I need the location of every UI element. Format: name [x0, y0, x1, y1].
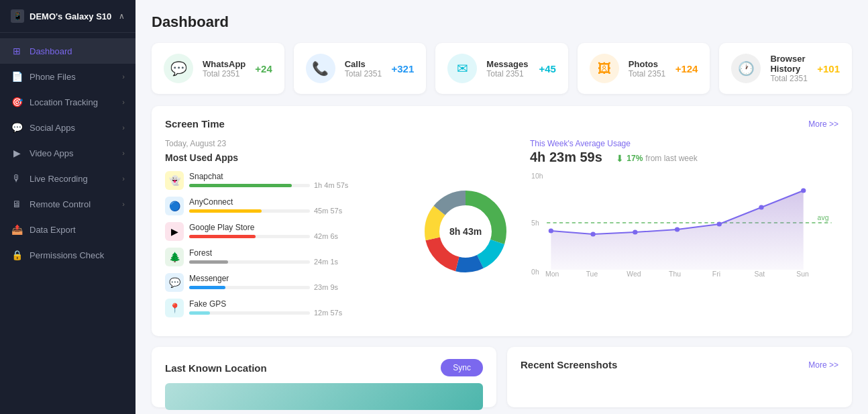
sidebar-item-location-tracking[interactable]: 🎯 Location Tracking ›	[0, 89, 135, 115]
app-icon-Forest: 🌲	[165, 248, 184, 266]
stat-count-messages: +45	[539, 63, 555, 74]
donut-center: 8h 43m	[449, 225, 482, 238]
device-icon: 📱	[11, 9, 24, 23]
stat-card-calls[interactable]: 📞 Calls Total 2351 +321	[294, 43, 427, 94]
app-details-Forest: Forest 24m 1s	[189, 248, 401, 266]
stat-card-browser-history[interactable]: 🕐 Browser History Total 2351 +101	[719, 43, 852, 94]
app-details-Snapchat: Snapchat 1h 4m 57s	[189, 172, 401, 189]
sidebar-item-phone-files[interactable]: 📄 Phone Files ›	[0, 64, 135, 89]
app-time-Snapchat: 1h 4m 57s	[314, 181, 348, 189]
sidebar-item-dashboard[interactable]: ⊞ Dashboard	[0, 38, 135, 64]
nav-label-remote-control: Remote Control	[30, 199, 91, 209]
sidebar-nav: ⊞ Dashboard 📄 Phone Files › 🎯 Location T…	[0, 33, 135, 414]
stat-info-messages: Messages Total 2351	[486, 59, 529, 79]
screenshots-title: Recent Screenshots	[521, 359, 617, 370]
screen-time-header: Screen Time More >>	[165, 118, 838, 130]
trend-pct: 17%	[627, 154, 643, 163]
app-time-Messenger: 23m 9s	[314, 283, 338, 291]
map-placeholder	[165, 383, 483, 410]
stat-count-whatsapp: +24	[255, 63, 272, 74]
stat-info-browser-history: Browser History Total 2351	[770, 54, 808, 83]
svg-text:Tue: Tue	[586, 270, 598, 278]
nav-label-data-export: Data Export	[30, 225, 76, 235]
stat-info-calls: Calls Total 2351	[345, 59, 382, 79]
stat-card-whatsapp[interactable]: 💬 WhatsApp Total 2351 +24	[152, 43, 284, 94]
svg-point-17	[717, 222, 722, 227]
app-details-Google Play Store: Google Play Store 42m 6s	[189, 223, 401, 240]
stat-total-whatsapp: Total 2351	[203, 69, 246, 79]
screenshots-more-link[interactable]: More >>	[808, 360, 838, 370]
stat-name-browser-history: Browser History	[770, 54, 808, 74]
app-name-Google Play Store: Google Play Store	[189, 223, 401, 232]
main-content: Dashboard 💬 WhatsApp Total 2351 +24 📞 Ca…	[135, 0, 868, 414]
nav-icon-permissions-check: 🔒	[11, 250, 23, 260]
nav-label-permissions-check: Permissions Check	[30, 250, 104, 260]
usage-header: This Week's Average Usage 4h 23m 59s ⬇ 1…	[530, 139, 838, 165]
app-bar-bg-Fake GPS	[189, 311, 310, 315]
sidebar: 📱 DEMO's Galaxy S10 ∧ ⊞ Dashboard 📄 Phon…	[0, 0, 135, 414]
svg-text:0h: 0h	[531, 268, 539, 276]
app-details-AnyConnect: AnyConnect 45m 57s	[189, 197, 401, 215]
svg-text:10h: 10h	[531, 172, 543, 180]
nav-icon-dashboard: ⊞	[11, 46, 23, 56]
stat-icon-calls: 📞	[306, 54, 335, 83]
app-icon-Google Play Store: ▶	[165, 222, 184, 241]
svg-point-15	[633, 230, 637, 235]
nav-icon-location-tracking: 🎯	[11, 97, 23, 107]
app-bar-bg-AnyConnect	[189, 209, 310, 213]
trend-down-icon: ⬇	[616, 153, 624, 164]
screen-time-more-link[interactable]: More >>	[808, 119, 838, 129]
most-used-apps-title: Most Used Apps	[165, 152, 401, 163]
usage-label: This Week's Average Usage	[530, 139, 838, 148]
app-item-snapchat: 👻 Snapchat 1h 4m 57s	[165, 171, 401, 190]
stat-icon-photos: 🖼	[590, 54, 619, 83]
screen-time-body: Today, August 23 Most Used Apps 👻 Snapch…	[165, 139, 838, 324]
location-title: Last Known Location	[165, 362, 267, 374]
svg-point-18	[759, 205, 763, 210]
stat-name-whatsapp: WhatsApp	[203, 59, 246, 69]
app-icon-AnyConnect: 🔵	[165, 197, 184, 215]
svg-text:5h: 5h	[531, 219, 539, 227]
stat-card-messages[interactable]: ✉ Messages Total 2351 +45	[435, 43, 568, 94]
app-item-forest: 🌲 Forest 24m 1s	[165, 248, 401, 266]
donut-total-time: 8h 43m	[449, 226, 482, 237]
stat-total-messages: Total 2351	[486, 69, 529, 79]
app-bar-fill-Google Play Store	[189, 235, 256, 238]
stat-icon-browser-history: 🕐	[731, 54, 761, 83]
sidebar-item-video-apps[interactable]: ▶ Video Apps ›	[0, 140, 135, 166]
svg-point-13	[549, 229, 553, 234]
usage-trend: ⬇ 17% from last week	[616, 153, 697, 164]
sidebar-item-remote-control[interactable]: 🖥 Remote Control ›	[0, 191, 135, 217]
nav-icon-data-export: 📤	[11, 224, 23, 235]
sidebar-item-social-apps[interactable]: 💬 Social Apps ›	[0, 115, 135, 140]
usage-value: 4h 23m 59s	[530, 150, 602, 165]
screen-time-panel: Screen Time More >> Today, August 23 Mos…	[152, 106, 852, 336]
nav-icon-remote-control: 🖥	[11, 199, 23, 209]
app-bar-bg-Google Play Store	[189, 235, 310, 238]
stat-name-messages: Messages	[486, 59, 529, 69]
svg-text:Fri: Fri	[712, 270, 720, 278]
svg-text:Sun: Sun	[796, 270, 809, 278]
app-bar-fill-Fake GPS	[189, 311, 210, 315]
app-bar-fill-Snapchat	[189, 184, 292, 187]
device-name: DEMO's Galaxy S10	[30, 11, 111, 21]
chevron-up-icon[interactable]: ∧	[119, 11, 125, 21]
app-time-AnyConnect: 45m 57s	[314, 207, 342, 215]
stat-card-photos[interactable]: 🖼 Photos Total 2351 +124	[578, 43, 710, 94]
stat-icon-whatsapp: 💬	[164, 54, 193, 83]
nav-icon-live-recording: 🎙	[11, 173, 23, 184]
app-name-Forest: Forest	[189, 248, 401, 258]
stat-count-calls: +321	[392, 63, 415, 74]
apps-section: Today, August 23 Most Used Apps 👻 Snapch…	[165, 139, 401, 324]
app-bar-fill-AnyConnect	[189, 209, 262, 213]
sidebar-item-data-export[interactable]: 📤 Data Export	[0, 217, 135, 242]
app-details-Messenger: Messenger 23m 9s	[189, 274, 401, 291]
date-label: Today, August 23	[165, 139, 401, 148]
sync-button[interactable]: Sync	[441, 359, 483, 376]
sidebar-item-permissions-check[interactable]: 🔒 Permissions Check	[0, 242, 135, 268]
usage-chart-svg: 10h 5h 0h avg	[530, 170, 838, 278]
sidebar-item-live-recording[interactable]: 🎙 Live Recording ›	[0, 166, 135, 191]
usage-value-row: 4h 23m 59s ⬇ 17% from last week	[530, 150, 838, 165]
stat-cards: 💬 WhatsApp Total 2351 +24 📞 Calls Total …	[152, 43, 852, 94]
nav-icon-phone-files: 📄	[11, 71, 23, 82]
